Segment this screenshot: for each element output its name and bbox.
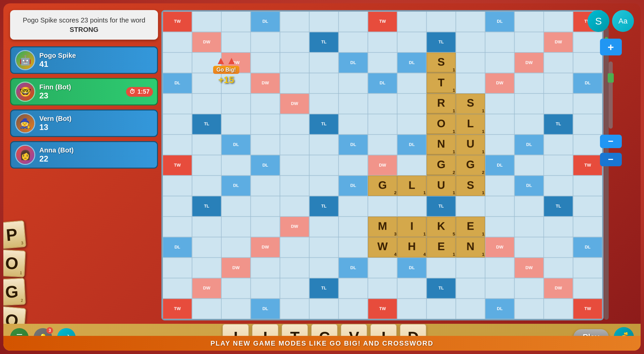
dictionary-icon: S [595, 15, 602, 27]
player-score-finn: 23 [39, 91, 122, 100]
avatar-anna: 👩 [15, 145, 35, 165]
player-name-finn: Finn (Bot) [39, 83, 122, 91]
avatar-vern: 🧙 [15, 113, 35, 133]
promo-text: PLAY NEW GAME MODES LIKE GO BIG! AND CRO… [210, 340, 434, 347]
zoom-slider-thumb[interactable] [608, 73, 614, 83]
player-name-pogo: Pogo Spike [39, 52, 153, 59]
board-area[interactable]: ▲▲ Go Big! +15 [161, 10, 604, 320]
zoom-slider-track[interactable] [609, 61, 613, 129]
player-info-vern: Vern (Bot) 13 [39, 115, 153, 132]
player-timer-finn: ⏱ 1:57 [126, 87, 153, 97]
dictionary-button[interactable]: S [588, 10, 609, 32]
game-container: Pogo Spike scores 23 points for the word… [3, 3, 641, 351]
score-announcement: Pogo Spike scores 23 points for the word… [10, 10, 158, 40]
promo-bar: PLAY NEW GAME MODES LIKE GO BIG! AND CRO… [3, 336, 641, 351]
zoom-out-button[interactable]: − [600, 135, 622, 148]
player-score-anna: 22 [39, 154, 153, 164]
player-info-anna: Anna (Bot) 22 [39, 146, 153, 164]
zoom-in-button[interactable]: + [600, 39, 622, 55]
player-card-pogo[interactable]: 🤖 Pogo Spike 41 [10, 46, 158, 74]
player-info-finn: Finn (Bot) 23 [39, 83, 122, 100]
score-text: Pogo Spike scores 23 points for the word… [17, 15, 151, 34]
right-panel: S Aa + − − [588, 10, 634, 166]
player-card-vern[interactable]: 🧙 Vern (Bot) 13 [10, 109, 158, 137]
player-name-anna: Anna (Bot) [39, 146, 153, 154]
settings-icon: Aa [618, 17, 628, 26]
avatar-pogo: 🤖 [15, 50, 35, 70]
player-score-pogo: 41 [39, 59, 153, 69]
player-name-vern: Vern (Bot) [39, 115, 153, 123]
player-card-finn[interactable]: 🤓 Finn (Bot) 23 ⏱ 1:57 [10, 78, 158, 105]
player-card-anna[interactable]: 👩 Anna (Bot) 22 [10, 141, 158, 169]
settings-button[interactable]: Aa [612, 10, 634, 32]
player-info-pogo: Pogo Spike 41 [39, 52, 153, 69]
zoom-out-button-2[interactable]: − [600, 153, 622, 166]
notification-badge: 3 [46, 327, 53, 334]
player-score-vern: 13 [39, 123, 153, 132]
timer-icon: ⏱ [129, 88, 135, 95]
avatar-finn: 🤓 [15, 82, 35, 102]
left-panel: Pogo Spike scores 23 points for the word… [10, 10, 158, 324]
